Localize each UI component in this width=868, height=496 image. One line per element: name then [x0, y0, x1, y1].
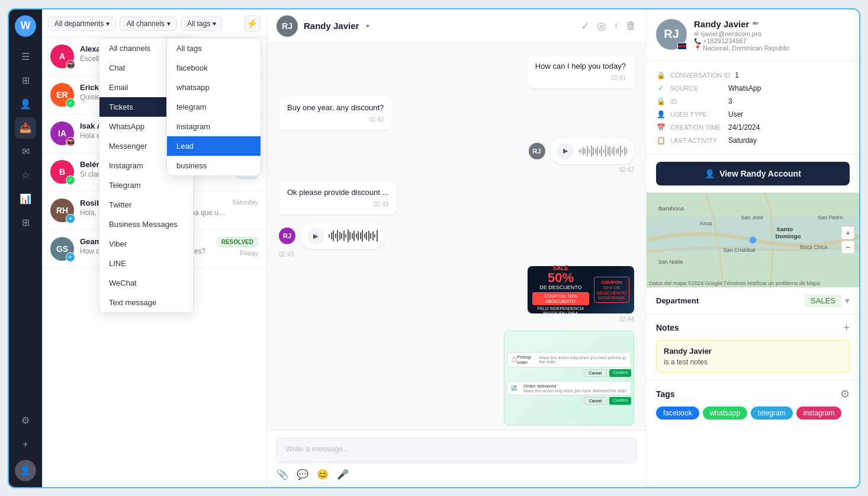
- sidebar-icon-star[interactable]: ☆: [15, 165, 36, 186]
- screenshot-image: 📋 Pickup order Make this action only whe…: [504, 331, 634, 425]
- tags-filter-btn[interactable]: All tags ▾: [181, 17, 223, 31]
- id-value: 3: [728, 97, 732, 105]
- profile-email-text: rjavier@nerdcom.pro: [700, 30, 761, 37]
- msg-3: RJ ▶: [279, 138, 634, 173]
- svg-text:Domingo: Domingo: [775, 233, 801, 239]
- order-cards: 📋 Pickup order Make this action only whe…: [504, 350, 634, 407]
- sidebar-icon-inbox[interactable]: 📥: [15, 117, 36, 139]
- msg-4: Ok please provide discount ... 02:43: [279, 181, 634, 215]
- agent-avatar-small: RJ: [529, 143, 545, 159]
- svg-point-4: [750, 236, 757, 244]
- id-lock-icon: 🔒: [656, 97, 666, 105]
- sidebar-icon-plus[interactable]: +: [15, 434, 36, 455]
- message-input[interactable]: Write a message...: [277, 438, 636, 463]
- channel-badge-tg2: ✈: [66, 252, 75, 262]
- dept-filter-btn[interactable]: All departments ▾: [48, 17, 116, 31]
- resolve-icon[interactable]: ✓: [581, 20, 590, 33]
- tags-settings-icon[interactable]: ⚙: [840, 388, 850, 401]
- view-account-button[interactable]: 👤 View Randy Account: [656, 162, 850, 185]
- chat-messages: How can I help you today? 02:41 Buy one …: [267, 43, 646, 430]
- user-type-icon: 👤: [656, 110, 666, 119]
- profile-location-text: Nacional, Dominican Republic: [703, 44, 790, 52]
- tag-option-instagram[interactable]: instagram: [167, 117, 261, 136]
- lock-icon: 🔒: [656, 71, 666, 79]
- phone-icon: 📞: [694, 38, 701, 44]
- svg-text:San Pedro: San Pedro: [818, 215, 843, 220]
- channel-option-business[interactable]: Business Messages: [99, 215, 193, 234]
- sidebar-icon-user[interactable]: 👤: [15, 94, 36, 115]
- tags-section: Tags ⚙ facebook whatsapp telegram instag…: [647, 380, 859, 427]
- delete-icon[interactable]: 🗑: [626, 20, 636, 32]
- promo-image: SALE 50% DE DESCUENTO COUPON: 50% DESCUE…: [528, 266, 634, 313]
- tag-option-facebook[interactable]: facebook: [167, 58, 261, 78]
- sidebar-icon-grid[interactable]: ⊞: [15, 70, 36, 91]
- profile-info: Randy Javier ✏ ✉ rjavier@nerdcom.pro 📞 +…: [694, 19, 850, 52]
- tag-option-all[interactable]: All tags: [167, 39, 261, 58]
- channel-option-wechat[interactable]: WeChat: [99, 273, 193, 293]
- svg-text:Barahona: Barahona: [658, 205, 684, 212]
- edit-profile-icon[interactable]: ✏: [753, 20, 758, 28]
- sidebar-icon-apps[interactable]: ⊞: [15, 212, 36, 233]
- channel-badge-wa2: ✓: [66, 175, 75, 185]
- conv-avatar-3: IA 📷: [50, 121, 74, 145]
- filter-options-btn[interactable]: ⚡: [244, 15, 261, 32]
- tags-row: facebook whatsapp telegram instagram: [656, 407, 850, 420]
- chat-header-actions: ✓ ◎ ↑ 🗑: [581, 20, 636, 33]
- emoji-sticker-icon[interactable]: 💬: [297, 469, 308, 480]
- audio-waveform-2: [329, 229, 378, 243]
- whatsapp-icon: ✓: [656, 84, 666, 92]
- tag-option-lead[interactable]: Lead: [167, 136, 261, 156]
- channel-option-text[interactable]: Text message: [99, 293, 193, 312]
- emoji-icon[interactable]: 😊: [317, 469, 329, 480]
- tags-header: Tags ⚙: [656, 388, 850, 401]
- channel-filter-btn[interactable]: All channels ▾: [120, 17, 177, 31]
- tag-instagram[interactable]: instagram: [796, 407, 842, 420]
- sidebar-icon-send[interactable]: ✉: [15, 141, 36, 162]
- tag-whatsapp[interactable]: whatsapp: [703, 407, 747, 420]
- source-value: WhatsApp: [728, 84, 761, 92]
- attachment-icon[interactable]: 📎: [277, 469, 288, 480]
- upload-icon[interactable]: ↑: [613, 20, 619, 32]
- notes-section: Notes + Randy Javier is a test notes: [647, 315, 859, 380]
- note-card: Randy Javier is a test notes: [656, 340, 850, 373]
- svg-text:San Noble: San Noble: [658, 258, 683, 264]
- sidebar-icon-menu[interactable]: ☰: [15, 46, 36, 68]
- conv-avatar-1: A 📷: [50, 44, 74, 68]
- conv-id-value: 1: [735, 71, 739, 79]
- tag-telegram[interactable]: telegram: [751, 407, 793, 420]
- audio-waveform: [578, 144, 628, 158]
- chevron-down-icon: ▾: [167, 20, 171, 28]
- channel-option-twitter[interactable]: Twitter: [99, 195, 193, 215]
- filter-bar: All departments ▾ All channels ▾ All tag…: [42, 9, 266, 37]
- meta-row-activity: 📋 LAST ACTIVITY Saturday: [656, 134, 850, 147]
- chat-contact-name: Randy Javier: [304, 21, 359, 31]
- tag-option-telegram[interactable]: telegram: [167, 97, 261, 117]
- dept-section-label: Department: [656, 296, 805, 305]
- note-author: Randy Javier: [664, 347, 842, 356]
- snooze-icon[interactable]: ◎: [597, 20, 606, 33]
- tag-option-business[interactable]: business: [167, 156, 261, 175]
- sidebar-avatar[interactable]: 👤: [15, 460, 36, 481]
- channel-option-telegram[interactable]: Telegram: [99, 175, 193, 195]
- voice-icon[interactable]: 🎤: [337, 469, 349, 480]
- add-note-btn[interactable]: +: [843, 322, 850, 334]
- map-area[interactable]: San Cristóbal Ampliar el mapa Barahona A…: [647, 193, 859, 287]
- chat-area: RJ Randy Javier ▾ ✓ ◎ ↑ 🗑 How can I help…: [267, 9, 646, 487]
- tag-option-whatsapp[interactable]: whatsapp: [167, 78, 261, 97]
- right-panel: RJ Randy Javier ✏ ✉ rjavier@nerdcom.pro: [646, 9, 859, 487]
- map-zoom-controls: + −: [841, 226, 854, 254]
- map-zoom-in-btn[interactable]: +: [841, 226, 854, 239]
- tag-facebook[interactable]: facebook: [656, 407, 699, 420]
- svg-text:Azua: Azua: [700, 220, 712, 226]
- location-icon: 📍: [694, 45, 701, 52]
- channel-option-viber[interactable]: Viber: [99, 234, 193, 254]
- channel-option-line[interactable]: LINE: [99, 254, 193, 273]
- audio-play-btn[interactable]: ▶: [557, 143, 574, 159]
- app-logo[interactable]: W: [15, 15, 36, 37]
- msg-2: Buy one year, any discount? 02:42: [279, 97, 634, 130]
- sidebar-icon-settings[interactable]: ⚙: [15, 410, 36, 431]
- sidebar-icon-chart[interactable]: 📊: [15, 188, 36, 210]
- map-zoom-out-btn[interactable]: −: [841, 241, 854, 254]
- msg-bubble-2: Buy one year, any discount? 02:42: [279, 97, 392, 130]
- audio-play-btn-2[interactable]: ▶: [307, 228, 324, 244]
